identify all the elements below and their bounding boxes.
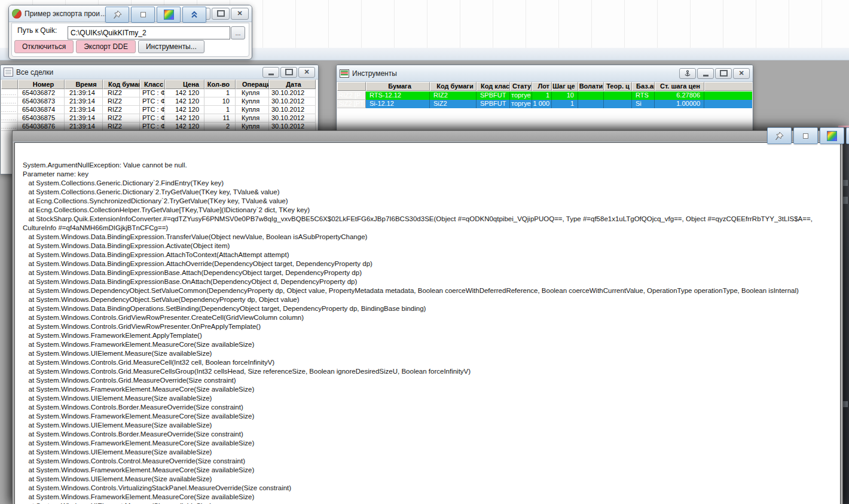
collapse-button[interactable]: [182, 7, 206, 23]
pin-button[interactable]: [105, 7, 129, 23]
instrument-cell: Si: [632, 100, 655, 108]
browse-button[interactable]: ...: [231, 26, 245, 39]
column-header[interactable]: Цена: [165, 80, 204, 89]
disconnect-button[interactable]: Отключиться: [14, 40, 74, 53]
table-row[interactable]: ........65403687321:39:14RIZ2РТС : Фь142…: [1, 97, 317, 106]
stack-trace-line: at System.Windows.Controls.GridViewRowPr…: [23, 322, 840, 331]
trades-cell: РТС : Фь: [140, 123, 165, 131]
stack-trace-line: at System.Windows.Data.BindingExpression…: [23, 242, 840, 251]
trades-cell: 30.10.2012: [269, 89, 316, 97]
table-row[interactable]: ........65403687521:39:14RIZ2РТС : Фь142…: [1, 114, 317, 123]
column-header[interactable]: Шаг це: [552, 82, 578, 91]
close-button[interactable]: ✕: [298, 67, 315, 78]
stack-trace-line: at System.Windows.UIElement.Measure(Size…: [23, 349, 840, 358]
stack-trace-line: at System.Windows.Data.BindingExpression…: [23, 251, 840, 259]
column-header[interactable]: Код бумаги: [430, 82, 477, 91]
region-button[interactable]: [131, 7, 155, 23]
region-button[interactable]: [793, 127, 818, 144]
pin-icon: [112, 10, 123, 19]
stack-trace-line: at System.Windows.FrameworkElement.Measu…: [23, 466, 840, 475]
stack-trace-line: at System.Windows.Data.BindingExpression…: [23, 233, 840, 242]
palette-button[interactable]: [157, 7, 181, 23]
column-header[interactable]: Номер: [18, 80, 65, 89]
trades-window-titlebar[interactable]: Все сделки ✕: [1, 65, 318, 80]
trades-cell: 142 120: [165, 106, 204, 114]
exception-window-content[interactable]: System.ArgumentNullException: Value cann…: [14, 142, 841, 504]
column-header[interactable]: [1, 80, 18, 89]
trades-table-body: ........65403687221:39:14RIZ2РТС : Фь142…: [1, 89, 317, 131]
maximize-button[interactable]: [212, 8, 230, 20]
minimize-button[interactable]: [262, 67, 279, 78]
table-row[interactable]: RIZ2 [PRTS-12.12RIZ2SPBFUTторгуе110RTS6.…: [337, 91, 752, 100]
small-square-icon: [803, 133, 808, 139]
instruments-list-icon: [340, 69, 349, 78]
stocksharp-logo-icon: [12, 9, 22, 19]
column-header[interactable]: [337, 82, 366, 91]
anchor-button[interactable]: [679, 68, 696, 79]
column-header[interactable]: [704, 82, 752, 91]
column-header[interactable]: Код бумаг: [103, 80, 140, 89]
capture-toolbar: [105, 7, 208, 23]
column-header[interactable]: Класс: [140, 80, 165, 89]
trades-cell: 21:39:14: [65, 89, 103, 97]
instrument-cell: RTS: [632, 91, 655, 100]
stack-trace-line: at System.Windows.Data.BindingExpression…: [23, 268, 840, 277]
stack-trace-line: at System.Windows.Controls.Grid.MeasureC…: [23, 367, 840, 376]
close-button[interactable]: ✕: [733, 68, 750, 79]
close-icon: ✕: [738, 70, 744, 77]
exception-window-titlebar[interactable]: [13, 131, 842, 142]
instrument-cell: 1: [532, 91, 552, 100]
instrument-cell: 10: [552, 91, 578, 100]
quik-path-input[interactable]: [68, 26, 230, 39]
column-header[interactable]: Кол-во: [204, 80, 236, 89]
instrument-cell: [604, 100, 632, 108]
maximize-icon: [217, 10, 225, 17]
trades-table-icon: [4, 68, 13, 77]
column-header[interactable]: Бумага: [366, 82, 430, 91]
stack-trace-line: at System.Windows.FrameworkElement.Measu…: [23, 439, 840, 448]
instrument-cell: [578, 91, 604, 100]
table-row[interactable]: ........65403687421:39:14RIZ2РТС : Фь142…: [1, 106, 317, 114]
stack-trace-line: at System.Windows.DependencyObject.SetVa…: [23, 286, 840, 295]
table-row[interactable]: SiZ2 [PTSi-12.12SiZ2SPBFUTторгуе1 0001Si…: [337, 100, 752, 108]
maximize-button[interactable]: [715, 68, 732, 79]
table-row[interactable]: ........65403687221:39:14RIZ2РТС : Фь142…: [1, 89, 317, 97]
instrument-cell: торгуе: [510, 100, 532, 108]
minimize-button[interactable]: [697, 68, 714, 79]
close-button[interactable]: ✕: [231, 8, 249, 20]
trades-cell: RIZ2: [103, 106, 140, 114]
collapse-button[interactable]: [846, 127, 849, 144]
maximize-button[interactable]: [280, 67, 297, 78]
instruments-window-titlebar[interactable]: Инструменты ✕: [337, 65, 753, 82]
column-header[interactable]: Время: [65, 80, 103, 89]
export-dde-button[interactable]: Экспорт DDE: [76, 40, 136, 53]
minimize-icon: [268, 74, 274, 75]
column-header[interactable]: Волати: [578, 82, 604, 91]
trades-cell: 21:39:14: [65, 123, 103, 131]
column-header[interactable]: Код клас: [477, 82, 510, 91]
palette-icon: [164, 10, 174, 20]
export-window-titlebar[interactable]: Пример экспорта прои ...: [9, 5, 252, 22]
column-header[interactable]: Лот: [532, 82, 552, 91]
column-header[interactable]: Баз.ак: [632, 82, 655, 91]
column-header[interactable]: Операци:: [236, 80, 269, 89]
table-row[interactable]: ........65403687621:39:14RIZ2РТС : Фь142…: [1, 123, 317, 131]
maximize-icon: [285, 69, 293, 75]
palette-button[interactable]: [820, 127, 844, 144]
stack-trace-line: at System.Windows.Controls.VirtualizingS…: [23, 484, 840, 493]
stack-trace-line: at System.Windows.FrameworkElement.Apply…: [23, 331, 840, 340]
stack-trace-line: at System.Windows.FrameworkElement.Measu…: [23, 340, 840, 349]
column-header[interactable]: Стату: [510, 82, 532, 91]
trades-cell: RIZ2: [103, 114, 140, 123]
minimize-icon: [703, 75, 708, 77]
column-header[interactable]: Теор. ц: [604, 82, 632, 91]
stack-trace-line: at Ecng.Collections.SynchronizedDictiona…: [23, 197, 840, 206]
stack-trace-line: at System.Windows.Data.BindingExpression…: [23, 277, 840, 286]
pin-button[interactable]: [767, 127, 792, 144]
trades-cell: 142 120: [165, 89, 204, 97]
column-header[interactable]: Ст. шага цен: [655, 82, 704, 91]
capture-toolbar: [767, 127, 849, 144]
column-header[interactable]: Дата: [269, 80, 316, 89]
stack-trace: System.ArgumentNullException: Value cann…: [15, 143, 840, 504]
instruments-button[interactable]: Инструменты...: [138, 40, 204, 53]
